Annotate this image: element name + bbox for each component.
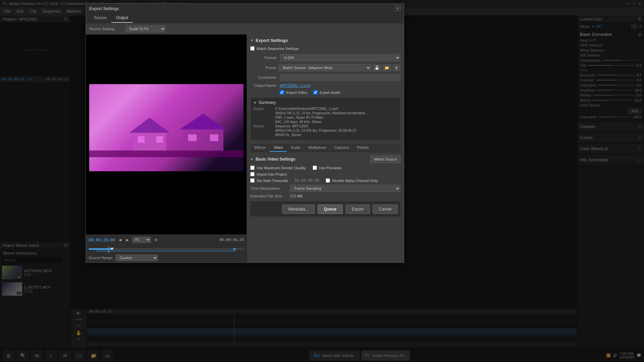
export-audio-label[interactable]: Export Audio xyxy=(313,90,340,95)
cancel-button[interactable]: Cancel xyxy=(373,204,398,214)
export-settings-dialog: Export Settings ✕ Source Output Source S… xyxy=(86,3,404,263)
export-video-label[interactable]: Export Video xyxy=(280,90,307,95)
dialog-preview: 00;00;28;06 ◀ ▶ Fit 25% 50% 100% ⊞ 00;00… xyxy=(86,35,247,262)
comments-input[interactable] xyxy=(280,74,400,81)
set-start-timecode-checkbox[interactable] xyxy=(250,178,255,183)
source-range-row: Source Range: Custom Entire Sequence In … xyxy=(86,253,247,262)
import-into-project-checkbox[interactable] xyxy=(250,172,255,176)
export-audio-checkbox[interactable] xyxy=(313,90,318,95)
source-scaling-label: Source Scaling: xyxy=(89,27,123,31)
use-previews-label[interactable]: Use Previews xyxy=(313,166,341,170)
source-scaling-select[interactable]: Scale To Fit Stretch Scale To Fill xyxy=(125,25,166,33)
summary-output-details2: VBR, 1 pass, Target 30.70 Mbps xyxy=(275,116,323,119)
safe-margins-button[interactable]: ⊞ xyxy=(153,237,158,242)
svg-rect-5 xyxy=(138,136,145,143)
preview-controls: 00;00;28;06 ◀ ▶ Fit 25% 50% 100% ⊞ 00;00… xyxy=(86,234,247,245)
preview-scrub-bar[interactable] xyxy=(86,245,247,253)
preset-label: Preset: xyxy=(250,66,277,70)
tab-video[interactable]: Video xyxy=(269,144,287,152)
preview-black-bottom xyxy=(89,171,244,185)
set-start-timecode-text: Set Start Timecode xyxy=(257,179,288,183)
fit-select[interactable]: Fit 25% 50% 100% xyxy=(132,237,151,243)
preview-timecode-out: 00;00;46;24 xyxy=(219,238,244,242)
summary-output-details3-row: AAC, 192 kbps, 48 kHz, Stereo xyxy=(253,120,397,124)
output-name-label: Output Name: xyxy=(250,83,277,87)
render-alpha-text: Render Alpha Channel Only xyxy=(332,179,378,183)
export-button[interactable]: Export xyxy=(345,204,370,214)
preview-area xyxy=(86,35,247,234)
preset-delete-button[interactable]: 🗑 xyxy=(393,64,400,71)
svg-marker-3 xyxy=(129,118,170,133)
summary-output-key: Output: xyxy=(253,107,272,111)
output-name-link[interactable]: MPFZ2881_1.mp4 xyxy=(280,83,310,87)
queue-button[interactable]: Queue xyxy=(318,204,343,214)
tab-effects[interactable]: Effects xyxy=(250,144,269,152)
source-range-label: Source Range: xyxy=(89,256,113,260)
export-video-text: Export Video xyxy=(286,90,307,95)
render-alpha-label[interactable]: Render Alpha Channel Only xyxy=(326,178,378,183)
preset-row: Preset: Match Source - Adaptive Medi... … xyxy=(250,64,400,71)
preset-load-button[interactable]: 📂 xyxy=(383,64,391,71)
svg-rect-8 xyxy=(210,134,218,141)
time-interpolation-select[interactable]: Frame Sampling Frame Blending Optical Fl… xyxy=(290,185,400,192)
summary-output-details1-row: 3840x1746 (1.0), 24 fps, Progressive, Ha… xyxy=(253,111,397,115)
bvs-toggle[interactable]: ▼ xyxy=(250,158,254,161)
tab-audio[interactable]: Audio xyxy=(287,144,304,152)
source-range-select[interactable]: Custom Entire Sequence In to Out xyxy=(116,254,158,261)
bvs-title: Basic Video Settings xyxy=(256,157,295,162)
preview-video xyxy=(89,84,244,185)
summary-output-details3: AAC, 192 kbps, 48 kHz, Stereo xyxy=(275,120,321,124)
dialog-close-button[interactable]: ✕ xyxy=(395,6,400,11)
summary-toggle[interactable]: ▼ xyxy=(253,101,257,105)
match-source-button[interactable]: Match Source xyxy=(370,156,400,163)
comments-row: Comments: xyxy=(250,74,400,81)
prev-frame-button[interactable]: ◀ xyxy=(117,237,123,242)
dialog-header: Export Settings ✕ xyxy=(86,4,404,13)
comments-label: Comments: xyxy=(250,75,277,79)
match-sequence-label[interactable]: Match Sequence Settings xyxy=(250,46,299,51)
file-size-value: 172 MB xyxy=(290,194,303,198)
export-options-row: Export Video Export Audio xyxy=(250,90,400,95)
import-into-project-label[interactable]: Import Into Project xyxy=(250,172,287,176)
match-sequence-text: Match Sequence Settings xyxy=(257,47,299,51)
preset-select[interactable]: Match Source - Adaptive Medi... High Qua… xyxy=(278,64,371,71)
use-max-render-checkbox[interactable] xyxy=(250,166,255,170)
preset-save-button[interactable]: 💾 xyxy=(373,64,381,71)
dialog-overlay: Export Settings ✕ Source Output Source S… xyxy=(0,0,644,362)
dialog-settings: ▼ Export Settings Match Sequence Setting… xyxy=(247,35,404,262)
format-select[interactable]: H.264 H.265 ProRes xyxy=(280,54,400,61)
import-into-project-text: Import Into Project xyxy=(257,172,287,176)
match-sequence-checkbox[interactable] xyxy=(250,46,255,51)
tab-captions[interactable]: Captions xyxy=(330,144,353,152)
next-frame-button[interactable]: ▶ xyxy=(125,237,130,242)
tab-output[interactable]: Output xyxy=(111,13,133,23)
timecode-options-row: Set Start Timecode 00:00:00:00 Render Al… xyxy=(250,178,400,183)
tab-source[interactable]: Source xyxy=(89,13,111,23)
dialog-title: Export Settings xyxy=(89,6,119,11)
metadata-button[interactable]: Metadata... xyxy=(282,204,315,214)
summary-source-details1: 3840x1746 (1.0), 24.005 fps, Progressive… xyxy=(275,129,356,132)
summary-title: Summary xyxy=(259,100,276,105)
export-settings-title: Export Settings xyxy=(256,38,288,43)
render-alpha-checkbox[interactable] xyxy=(326,178,330,183)
time-interpolation-row: Time Interpolation: Frame Sampling Frame… xyxy=(250,185,400,192)
use-previews-checkbox[interactable] xyxy=(313,166,317,170)
output-name-row: Output Name: MPFZ2881_1.mp4 xyxy=(250,83,400,87)
file-size-row: Estimated File Size: 172 MB xyxy=(250,194,400,198)
use-max-render-label[interactable]: Use Maximum Render Quality xyxy=(250,166,306,170)
preview-timecode-in: 00;00;28;06 xyxy=(89,238,115,242)
source-scaling-row: Source Scaling: Scale To Fit Stretch Sca… xyxy=(86,23,404,35)
tab-multiplexer[interactable]: Multiplexer xyxy=(305,144,330,152)
match-sequence-row: Match Sequence Settings xyxy=(250,46,400,51)
dialog-footer: Metadata... Queue Export Cancel xyxy=(250,201,400,217)
summary-source-details1-row: 3840x1746 (1.0), 24.005 fps, Progressive… xyxy=(253,129,397,132)
export-settings-toggle[interactable]: ▼ xyxy=(250,39,254,42)
tab-publish[interactable]: Publish xyxy=(353,144,373,152)
export-video-checkbox[interactable] xyxy=(280,90,284,95)
svg-marker-4 xyxy=(180,114,227,129)
summary-output-row: Output: C:\Users\elahi\Desktop\MPFZ2881_… xyxy=(253,107,397,111)
set-start-timecode-label[interactable]: Set Start Timecode xyxy=(250,178,288,183)
summary-source-row: Source: Sequence, MPFZ2881 xyxy=(253,124,397,128)
dialog-body: 00;00;28;06 ◀ ▶ Fit 25% 50% 100% ⊞ 00;00… xyxy=(86,35,404,262)
file-size-label: Estimated File Size: xyxy=(250,194,287,198)
